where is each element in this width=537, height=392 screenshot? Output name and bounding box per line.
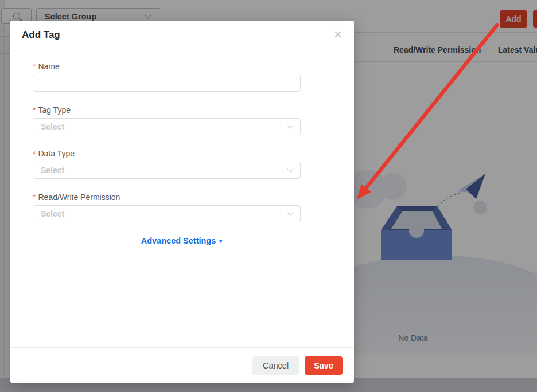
cancel-button[interactable]: Cancel bbox=[252, 356, 299, 375]
rw-permission-field-label: Read/Write Permission bbox=[38, 193, 120, 202]
required-marker: * bbox=[33, 193, 36, 202]
tag-type-placeholder: Select bbox=[41, 122, 64, 131]
tag-type-field-label: Tag Type bbox=[38, 105, 71, 115]
caret-down-icon: ▼ bbox=[218, 238, 223, 244]
name-input[interactable] bbox=[33, 75, 301, 92]
required-marker: * bbox=[33, 149, 36, 158]
field-rw-permission: *Read/Write Permission Select bbox=[33, 193, 301, 222]
tag-type-select[interactable]: Select bbox=[33, 118, 301, 135]
data-type-field-label: Data Type bbox=[38, 149, 75, 158]
rw-permission-select[interactable]: Select bbox=[33, 205, 301, 222]
close-icon[interactable]: ✕ bbox=[333, 29, 343, 40]
save-button[interactable]: Save bbox=[305, 356, 343, 375]
field-name: *Name bbox=[33, 62, 301, 92]
advanced-settings-label: Advanced Settings bbox=[141, 236, 216, 245]
required-marker: * bbox=[33, 105, 36, 115]
chevron-down-icon bbox=[287, 166, 293, 172]
field-data-type: *Data Type Select bbox=[33, 149, 301, 179]
advanced-settings-toggle[interactable]: Advanced Settings▼ bbox=[33, 236, 332, 245]
dialog-header: Add Tag ✕ bbox=[10, 21, 354, 49]
required-marker: * bbox=[33, 62, 36, 71]
name-field-label: Name bbox=[38, 62, 59, 71]
add-tag-dialog: Add Tag ✕ *Name *Tag Type Select *Data T… bbox=[10, 21, 354, 383]
field-tag-type: *Tag Type Select bbox=[33, 105, 301, 135]
chevron-down-icon bbox=[287, 209, 293, 215]
chevron-down-icon bbox=[287, 122, 293, 128]
dialog-footer: Cancel Save bbox=[10, 347, 354, 383]
rw-permission-placeholder: Select bbox=[41, 209, 64, 218]
data-type-select[interactable]: Select bbox=[33, 162, 301, 179]
dialog-title: Add Tag bbox=[22, 29, 60, 41]
dialog-body: *Name *Tag Type Select *Data Type Select bbox=[10, 49, 354, 245]
data-type-placeholder: Select bbox=[41, 166, 64, 175]
